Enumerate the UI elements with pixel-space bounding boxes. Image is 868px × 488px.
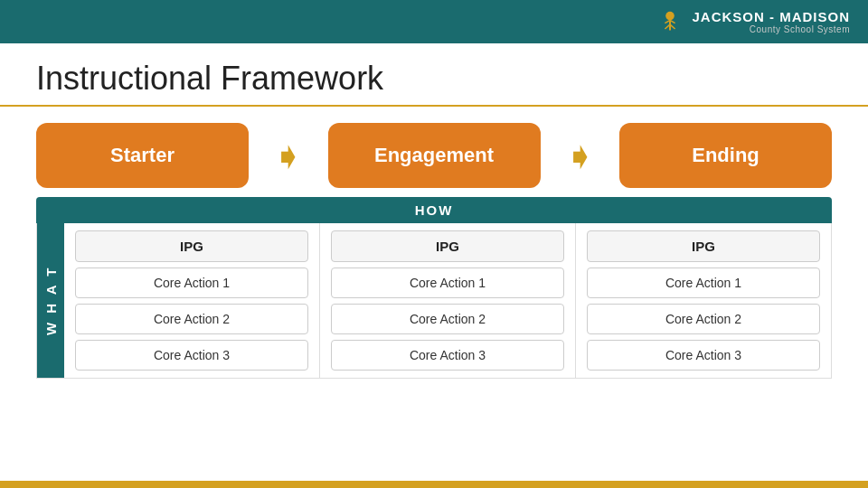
col2-action3: Core Action 3 bbox=[331, 340, 564, 371]
header-bar: JACKSON - MADISON County School System bbox=[0, 0, 868, 43]
what-label: W H A T bbox=[37, 223, 64, 378]
arrow-2-icon: ➧ bbox=[564, 134, 596, 178]
starter-box: Starter bbox=[36, 123, 249, 188]
col3-ipg: IPG bbox=[587, 230, 820, 262]
col1-action2: Core Action 2 bbox=[75, 304, 308, 334]
col3-action3: Core Action 3 bbox=[587, 340, 820, 371]
page-title: Instructional Framework bbox=[36, 60, 832, 98]
how-bar: HOW bbox=[36, 197, 832, 223]
col1-ipg: IPG bbox=[75, 230, 308, 262]
column-3: IPG Core Action 1 Core Action 2 Core Act… bbox=[576, 223, 831, 378]
grid-section: W H A T IPG Core Action 1 Core Action 2 … bbox=[36, 223, 832, 379]
ending-box: Ending bbox=[619, 123, 832, 188]
col1-action3: Core Action 3 bbox=[75, 340, 308, 371]
col1-action1: Core Action 1 bbox=[75, 267, 308, 298]
page-title-section: Instructional Framework bbox=[0, 43, 868, 107]
col3-action2: Core Action 2 bbox=[587, 304, 820, 334]
col2-action2: Core Action 2 bbox=[331, 304, 564, 334]
header-text: JACKSON - MADISON County School System bbox=[692, 9, 850, 34]
engagement-box: Engagement bbox=[328, 123, 541, 188]
header-title-main: JACKSON - MADISON bbox=[692, 9, 850, 24]
main-content: Starter ➧ Engagement ➧ Ending HOW W H A … bbox=[0, 107, 868, 388]
flow-row: Starter ➧ Engagement ➧ Ending bbox=[36, 123, 832, 188]
header-title-sub: County School System bbox=[692, 24, 850, 34]
arrow-1-icon: ➧ bbox=[272, 134, 304, 178]
bottom-accent-bar bbox=[0, 481, 868, 488]
logo-area: JACKSON - MADISON County School System bbox=[656, 7, 850, 36]
col2-ipg: IPG bbox=[331, 230, 564, 262]
columns-area: IPG Core Action 1 Core Action 2 Core Act… bbox=[64, 223, 831, 378]
col3-action1: Core Action 1 bbox=[587, 267, 820, 298]
column-2: IPG Core Action 1 Core Action 2 Core Act… bbox=[320, 223, 576, 378]
column-1: IPG Core Action 1 Core Action 2 Core Act… bbox=[64, 223, 320, 378]
svg-point-0 bbox=[666, 12, 675, 21]
school-logo-icon bbox=[656, 7, 684, 36]
col2-action1: Core Action 1 bbox=[331, 267, 564, 298]
